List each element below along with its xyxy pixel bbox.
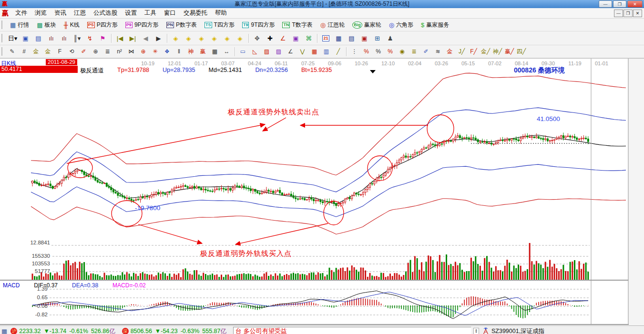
calculator-tool[interactable]: ▦ <box>332 32 345 44</box>
quotes-button[interactable]: ▦行情 <box>6 19 33 30</box>
n-square-tool[interactable]: n² <box>113 46 125 57</box>
fibonacci-tool[interactable]: F <box>54 46 66 57</box>
gold-gate-h-tool[interactable]: 金 <box>30 46 42 57</box>
pattern-tool[interactable]: ⌘ <box>302 32 315 44</box>
remote-user-tool[interactable]: ♟ <box>384 32 397 44</box>
period-day-dropdown[interactable]: 日▾ <box>6 32 19 44</box>
blue-grid-tool[interactable]: ▥ <box>320 46 332 57</box>
brush-tool[interactable]: ✐ <box>78 46 90 57</box>
diamond-horizontal-icon[interactable]: ◈ <box>208 32 221 44</box>
diamond-right-icon[interactable]: ◈ <box>182 32 195 44</box>
vertical-lines-tool[interactable]: ‖ <box>173 46 185 57</box>
diamond-left-icon[interactable]: ◈ <box>169 32 182 44</box>
menu-9[interactable]: 交易委托 <box>180 8 211 18</box>
sectors-button[interactable]: ▩板块 <box>33 19 60 30</box>
ink-brush-tool[interactable]: ✐ <box>420 46 432 57</box>
monitor-sync-tool[interactable]: ⊞ <box>371 32 384 44</box>
counter-bars-tool[interactable]: ⋮ <box>348 46 360 57</box>
wave-band-tool[interactable]: ≋ <box>432 46 444 57</box>
maximize-button[interactable]: ❐ <box>613 0 626 8</box>
price-ruler-tool[interactable]: ≣ <box>102 46 113 57</box>
mdi-close-button[interactable]: ✕ <box>633 10 642 17</box>
shen-angle-tool[interactable]: 神╱ <box>491 46 503 57</box>
info-panel-icon[interactable]: ▤ <box>32 32 45 44</box>
gold-gate-v-tool[interactable]: 金 <box>42 46 54 57</box>
red-grid-tool[interactable]: ▦ <box>308 46 320 57</box>
ma9-bars-icon[interactable]: ılı <box>58 32 71 44</box>
percent-zigzag-tool[interactable]: % <box>360 46 372 57</box>
pencil-tool[interactable]: ✎ <box>6 46 18 57</box>
percent-levels-tool[interactable]: % <box>384 46 396 57</box>
menu-8[interactable]: 窗口 <box>160 8 180 18</box>
menu-3[interactable]: 资讯 <box>51 8 70 18</box>
fan-lines-tool[interactable]: ◺ <box>249 46 261 57</box>
angle-lines-tool[interactable]: ∠ <box>285 46 296 57</box>
grid-123-tool[interactable]: ▦ <box>209 46 221 57</box>
mdi-restore-button[interactable]: ❐ <box>624 10 633 17</box>
angle-pointer-tool[interactable]: ∠ <box>276 32 289 44</box>
save-tool[interactable]: ▣ <box>358 32 371 44</box>
check-lines-tool[interactable]: ⋁ <box>296 46 308 57</box>
time-ruler-tool[interactable]: # <box>18 46 30 57</box>
t-square-button[interactable]: TST四方形 <box>201 19 238 30</box>
close-button[interactable]: ✕ <box>627 0 643 8</box>
status-grid-icon[interactable]: ▦ <box>1 328 7 334</box>
gann-compass-tool[interactable]: ⊕ <box>90 46 102 57</box>
hexagon-button[interactable]: ◎六角形 <box>385 19 417 30</box>
boxed-web-tool[interactable]: ❖ <box>161 46 173 57</box>
mirror-tool[interactable]: ⋈ <box>125 46 137 57</box>
diamond-compress-icon[interactable]: ◈ <box>221 32 234 44</box>
f-angle-tool[interactable]: F╱ <box>468 46 480 57</box>
diamond-expand-icon[interactable]: ◈ <box>234 32 246 44</box>
p-number-table-button[interactable]: PNP数字表 <box>163 19 201 30</box>
box-select-tool[interactable]: ▭ <box>237 46 249 57</box>
spinner-down-icon[interactable]: ▼ <box>475 331 478 334</box>
first-page-button[interactable]: |◀ <box>113 32 126 44</box>
gann-web-tool[interactable]: ✳ <box>149 46 161 57</box>
flag-marker-icon[interactable]: ⚑ <box>96 32 109 44</box>
gold-levels-red-tool[interactable]: 金 <box>444 46 456 57</box>
t-number-table-button[interactable]: TNT数字表 <box>278 19 316 30</box>
diamond-vertical-icon[interactable]: ◈ <box>195 32 208 44</box>
ma3-bars-icon[interactable]: ılı <box>45 32 58 44</box>
p-square-button[interactable]: PSP四方形 <box>83 19 122 30</box>
gold-angle-tool[interactable]: 金╱ <box>480 46 491 57</box>
menu-6[interactable]: 设置 <box>121 8 141 18</box>
target-circle-tool[interactable]: ⊕ <box>137 46 149 57</box>
gold-levels-tool[interactable]: ≣ <box>408 46 420 57</box>
slash-lines-tool[interactable]: ╱ <box>332 46 344 57</box>
gann-wheel-button[interactable]: ◎江恩轮 <box>317 19 348 30</box>
percent-tool[interactable]: % <box>372 46 384 57</box>
ying-angle-tool[interactable]: 赢╱ <box>503 46 515 57</box>
fan-box-purple-tool[interactable]: ▨ <box>273 46 285 57</box>
fan-box-tool[interactable]: ▨ <box>261 46 273 57</box>
shen-grid-tool[interactable]: 神 <box>185 46 197 57</box>
menu-10[interactable]: 帮助 <box>211 8 231 18</box>
menu-1[interactable]: 文件 <box>11 8 31 18</box>
next-button[interactable]: ▶ <box>152 32 165 44</box>
9t-square-button[interactable]: T99T四方形 <box>238 19 279 30</box>
menu-2[interactable]: 浏览 <box>31 8 51 18</box>
ex-rights-icon[interactable]: ↯ <box>83 32 96 44</box>
crosshair-tool[interactable]: ✚ <box>264 32 276 44</box>
prev-button[interactable]: ◀ <box>139 32 152 44</box>
winner-wheel-button[interactable]: Big赢家轮 <box>348 19 385 30</box>
candle-style-dropdown[interactable]: ║▾ <box>71 32 83 44</box>
ticker-spinner[interactable]: ▲ ▼ <box>473 328 479 334</box>
gift-tool[interactable]: ▣ <box>289 32 302 44</box>
notebook-tool[interactable]: ▤ <box>345 32 358 44</box>
four-angle-tool[interactable]: 四╱ <box>515 46 527 57</box>
gold-circle-tool[interactable]: ◉ <box>396 46 408 57</box>
menu-5[interactable]: 公式选股 <box>90 8 121 18</box>
chart-layout-icon[interactable]: ▣ <box>19 32 32 44</box>
calendar-tool[interactable]: 21 <box>319 32 332 44</box>
shanghai-index-icon[interactable]: 沪 <box>10 328 17 334</box>
kline-button[interactable]: ╫K线 <box>60 19 83 30</box>
minimize-button[interactable]: — <box>599 0 612 8</box>
menu-7[interactable]: 工具 <box>141 8 160 18</box>
j-angle-tool[interactable]: J╱ <box>456 46 468 57</box>
ying-grid-tool[interactable]: 赢 <box>197 46 209 57</box>
spiral-tool[interactable]: ⟲ <box>66 46 78 57</box>
bar-width-tool[interactable]: ↔ <box>221 46 233 57</box>
shenzhen-index-icon[interactable]: 深 <box>122 328 129 334</box>
